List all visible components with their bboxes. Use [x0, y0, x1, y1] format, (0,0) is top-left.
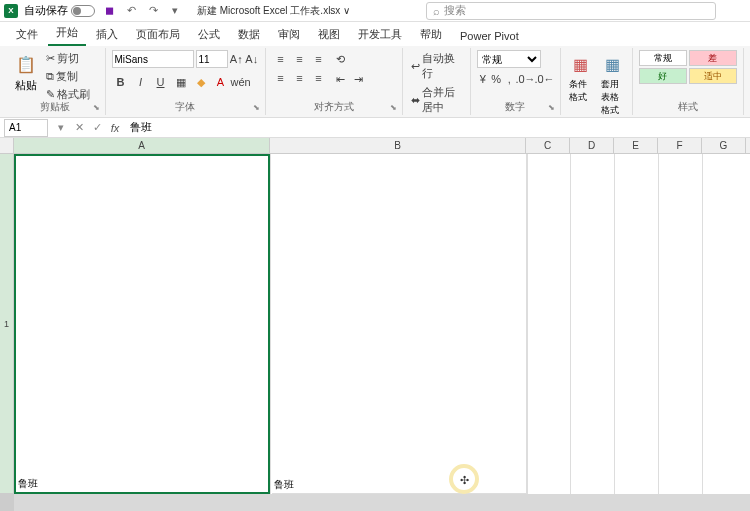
autosave-toggle[interactable] — [71, 5, 95, 17]
wrap-text-button[interactable]: ↩自动换行 — [409, 50, 464, 82]
style-normal[interactable]: 常规 — [639, 50, 687, 66]
number-launcher-icon[interactable]: ⬊ — [548, 103, 558, 113]
redo-icon[interactable]: ↷ — [145, 3, 161, 19]
orientation-icon[interactable]: ⟲ — [332, 50, 350, 68]
increase-font-icon[interactable]: A↑ — [230, 50, 244, 68]
copy-button[interactable]: ⧉复制 — [44, 68, 92, 85]
border-button[interactable]: ▦ — [172, 73, 190, 91]
scissors-icon: ✂ — [46, 52, 55, 65]
tab-data[interactable]: 数据 — [230, 23, 268, 46]
paste-button[interactable]: 📋 粘贴 — [12, 50, 40, 95]
clipboard-group-label: 剪贴板 — [6, 100, 105, 114]
tab-file[interactable]: 文件 — [8, 23, 46, 46]
increase-decimal-icon[interactable]: .0→ — [517, 70, 535, 88]
col-header-f[interactable]: F — [658, 138, 702, 153]
clipboard-launcher-icon[interactable]: ⬊ — [93, 103, 103, 113]
ribbon: 📋 粘贴 ✂剪切 ⧉复制 ✎格式刷 剪贴板 ⬊ A↑ A↓ B I U — [0, 46, 750, 118]
fx-icon[interactable]: fx — [106, 119, 124, 137]
number-group-label: 数字 — [471, 100, 560, 114]
cell-b1[interactable]: 鲁班 — [272, 154, 528, 494]
col-header-c[interactable]: C — [526, 138, 570, 153]
cond-format-icon: ▦ — [569, 52, 593, 76]
style-bad[interactable]: 差 — [689, 50, 737, 66]
style-neutral[interactable]: 适中 — [689, 68, 737, 84]
name-box[interactable]: A1 — [4, 119, 48, 137]
comma-icon[interactable]: , — [503, 70, 515, 88]
row-2-cells[interactable] — [14, 494, 750, 511]
cancel-icon[interactable]: ✕ — [70, 119, 88, 137]
worksheet-area: A B C D E F G 1 鲁班 鲁班 ✣ — [0, 138, 750, 511]
qat-customize-icon[interactable]: ▾ — [167, 3, 183, 19]
cell-b1-value: 鲁班 — [274, 478, 294, 492]
cell-a1-value: 鲁班 — [18, 477, 38, 491]
font-launcher-icon[interactable]: ⬊ — [253, 103, 263, 113]
tab-home[interactable]: 开始 — [48, 21, 86, 46]
font-name-select[interactable] — [112, 50, 194, 68]
align-top-icon[interactable]: ≡ — [272, 50, 290, 68]
underline-button[interactable]: U — [152, 73, 170, 91]
font-size-select[interactable] — [196, 50, 228, 68]
styles-group-label: 样式 — [633, 100, 743, 114]
col-header-g[interactable]: G — [702, 138, 746, 153]
formula-input[interactable]: 鲁班 — [124, 119, 750, 137]
tab-layout[interactable]: 页面布局 — [128, 23, 188, 46]
col-header-d[interactable]: D — [570, 138, 614, 153]
row-header-2[interactable] — [0, 494, 13, 511]
cut-button[interactable]: ✂剪切 — [44, 50, 92, 67]
namebox-dropdown-icon[interactable]: ▾ — [52, 119, 70, 137]
align-launcher-icon[interactable]: ⬊ — [390, 103, 400, 113]
bold-button[interactable]: B — [112, 73, 130, 91]
wrap-icon: ↩ — [411, 60, 420, 73]
align-left-icon[interactable]: ≡ — [272, 69, 290, 87]
merge-center-button[interactable]: ⬌合并后居中 — [409, 84, 464, 116]
italic-button[interactable]: I — [132, 73, 150, 91]
align-right-icon[interactable]: ≡ — [310, 69, 328, 87]
style-good[interactable]: 好 — [639, 68, 687, 84]
font-group-label: 字体 — [106, 100, 265, 114]
search-icon: ⌕ — [433, 5, 440, 17]
align-group-label: 对齐方式 — [266, 100, 402, 114]
col-header-b[interactable]: B — [270, 138, 526, 153]
merge-icon: ⬌ — [411, 94, 420, 107]
align-bottom-icon[interactable]: ≡ — [310, 50, 328, 68]
cell-a1-active[interactable]: 鲁班 — [14, 154, 270, 494]
search-input[interactable]: ⌕ 搜索 — [426, 2, 716, 20]
clipboard-icon: 📋 — [14, 52, 38, 76]
number-format-select[interactable]: 常规 — [477, 50, 541, 68]
currency-icon[interactable]: ¥ — [477, 70, 489, 88]
select-all-corner[interactable] — [0, 138, 14, 153]
search-placeholder: 搜索 — [444, 3, 466, 18]
conditional-format-button[interactable]: ▦ 条件格式 — [567, 50, 595, 106]
undo-icon[interactable]: ↶ — [123, 3, 139, 19]
save-icon[interactable]: ◼ — [101, 3, 117, 19]
align-middle-icon[interactable]: ≡ — [291, 50, 309, 68]
table-format-icon: ▦ — [601, 52, 625, 76]
autosave-control[interactable]: 自动保存 — [24, 3, 95, 18]
autosave-label: 自动保存 — [24, 3, 68, 18]
decrease-font-icon[interactable]: A↓ — [245, 50, 259, 68]
decrease-decimal-icon[interactable]: .0← — [536, 70, 554, 88]
decrease-indent-icon[interactable]: ⇤ — [332, 70, 350, 88]
tab-help[interactable]: 帮助 — [412, 23, 450, 46]
paste-label: 粘贴 — [15, 78, 37, 93]
tab-formulas[interactable]: 公式 — [190, 23, 228, 46]
tab-insert[interactable]: 插入 — [88, 23, 126, 46]
document-title[interactable]: 新建 Microsoft Excel 工作表.xlsx ∨ — [197, 4, 350, 18]
table-format-button[interactable]: ▦ 套用表格格式 — [599, 50, 627, 119]
increase-indent-icon[interactable]: ⇥ — [350, 70, 368, 88]
enter-icon[interactable]: ✓ — [88, 119, 106, 137]
tab-developer[interactable]: 开发工具 — [350, 23, 410, 46]
copy-icon: ⧉ — [46, 70, 54, 83]
fill-color-button[interactable]: ◆ — [192, 73, 210, 91]
tab-view[interactable]: 视图 — [310, 23, 348, 46]
row-header-1[interactable]: 1 — [0, 154, 13, 494]
tab-powerpivot[interactable]: Power Pivot — [452, 26, 527, 46]
col-header-e[interactable]: E — [614, 138, 658, 153]
phonetic-button[interactable]: wén — [232, 73, 250, 91]
col-header-a[interactable]: A — [14, 138, 270, 153]
cells-grid[interactable]: 鲁班 鲁班 ✣ — [14, 154, 750, 511]
tab-review[interactable]: 审阅 — [270, 23, 308, 46]
percent-icon[interactable]: % — [490, 70, 502, 88]
align-center-icon[interactable]: ≡ — [291, 69, 309, 87]
font-color-button[interactable]: A — [212, 73, 230, 91]
